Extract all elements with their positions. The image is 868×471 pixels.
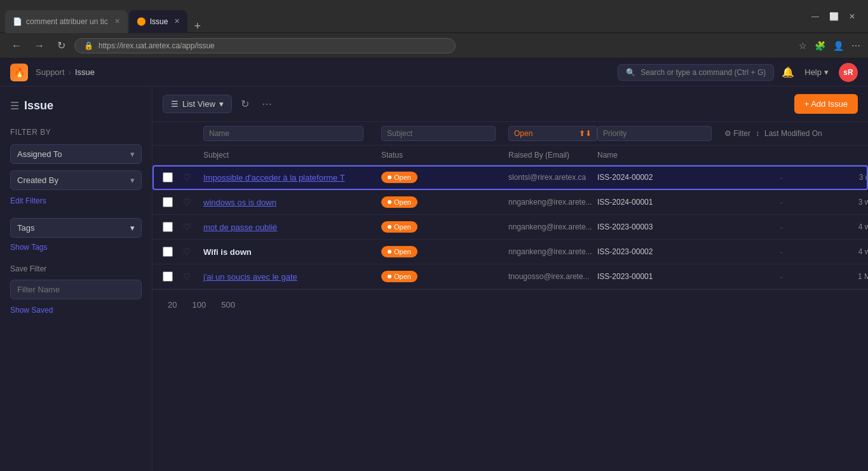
header-actions: 🔔 Help ▾ sR — [782, 63, 858, 82]
save-filter-section: Save Filter Show Saved — [10, 264, 142, 315]
show-tags-link[interactable]: Show Tags — [10, 243, 142, 252]
avatar[interactable]: sR — [839, 63, 858, 82]
show-saved-link[interactable]: Show Saved — [10, 306, 142, 315]
page-size-500[interactable]: 500 — [216, 297, 240, 312]
row-5-name: ISS-2023-00001 — [597, 272, 724, 281]
tab-2[interactable]: 🟠 Issue ✕ — [129, 10, 188, 33]
tab-1-close-icon[interactable]: ✕ — [114, 17, 120, 25]
row-5-heart-icon[interactable]: ♡ — [183, 271, 203, 282]
tab-1-favicon: 📄 — [13, 17, 22, 26]
add-issue-button[interactable]: + Add Issue — [794, 94, 858, 114]
row-1-heart-icon[interactable]: ♡ — [183, 172, 203, 182]
assigned-to-select[interactable]: Assigned To ▾ — [10, 144, 142, 164]
more-button[interactable]: ⋯ — [258, 94, 276, 114]
name-filter-input[interactable] — [203, 126, 363, 141]
header-search[interactable]: 🔍 Search or type a command (Ctrl + G) — [618, 64, 774, 81]
back-button[interactable]: ← — [8, 38, 25, 54]
help-label: Help — [804, 67, 822, 77]
filter-row: Open ⬆⬇ ⚙ Filter ↕ Last Modified On 5 of… — [153, 122, 868, 146]
row-1-subject[interactable]: Impossible d'acceder à la plateforme T — [203, 173, 381, 182]
hamburger-icon[interactable]: ☰ — [10, 100, 19, 112]
row-1-status-badge: Open — [381, 172, 417, 183]
row-5-checkbox[interactable] — [163, 271, 173, 282]
row-4-checkbox[interactable] — [163, 247, 173, 257]
row-4-status-badge: Open — [381, 246, 417, 257]
table-container: Open ⬆⬇ ⚙ Filter ↕ Last Modified On 5 of… — [153, 122, 868, 471]
list-view-button[interactable]: ☰ List View ▾ — [163, 95, 232, 113]
close-button[interactable]: ✕ — [849, 12, 855, 21]
created-by-label: Created By — [17, 175, 58, 185]
row-1-checkbox[interactable] — [163, 172, 173, 182]
table-header: Subject Status Raised By (Email) Name — [153, 146, 868, 165]
toolbar-icons: ☆ 🧩 👤 ⋯ — [799, 41, 860, 51]
notification-bell-icon[interactable]: 🔔 — [782, 66, 794, 78]
help-button[interactable]: Help ▾ — [804, 67, 829, 77]
minimize-button[interactable]: — — [811, 12, 819, 21]
tags-select[interactable]: Tags ▾ — [10, 218, 142, 238]
subject-col-header[interactable]: Subject — [203, 151, 381, 160]
raised-by-col-header[interactable]: Raised By (Email) — [508, 151, 597, 160]
new-tab-button[interactable]: + — [189, 20, 206, 33]
lock-icon: 🔒 — [84, 41, 93, 50]
row-3-subject[interactable]: mot de passe oublié — [203, 222, 381, 232]
row-3-heart-icon[interactable]: ♡ — [183, 222, 203, 232]
row-5-subject[interactable]: j'ai un soucis avec le gate — [203, 272, 381, 282]
browser-tabs: 📄 comment attribuer un tic ✕ 🟠 Issue ✕ + — [5, 0, 799, 33]
tab-2-close-icon[interactable]: ✕ — [174, 17, 180, 25]
row-4-subject[interactable]: Wifi is down — [203, 247, 381, 257]
subject-filter-input[interactable] — [381, 126, 496, 141]
tab-2-favicon: 🟠 — [137, 17, 146, 26]
table-row[interactable]: ♡ j'ai un soucis avec le gate Open tnoug… — [153, 264, 868, 289]
assigned-to-chevron-icon: ▾ — [130, 149, 135, 159]
row-3-time: 4 w — [839, 222, 868, 231]
row-4-heart-icon[interactable]: ♡ — [183, 247, 203, 257]
app-header: 🔥 Support › Issue 🔍 Search or type a com… — [0, 58, 868, 86]
priority-filter-input[interactable] — [597, 126, 712, 141]
address-bar[interactable]: 🔒 https://irex.uat.aretex.ca/app/issue — [74, 38, 456, 53]
forward-button[interactable]: → — [31, 38, 48, 54]
row-2-checkbox[interactable] — [163, 197, 173, 207]
maximize-button[interactable]: ⬜ — [829, 12, 839, 21]
table-row[interactable]: ♡ windows os is down Open nngankeng@irex… — [153, 190, 868, 215]
filter-name-input[interactable] — [10, 280, 142, 299]
table-row[interactable]: ♡ Wifi is down Open nngankeng@irex.arete… — [153, 240, 868, 264]
page-size-100[interactable]: 100 — [187, 297, 211, 312]
extension-icon[interactable]: 🧩 — [815, 41, 825, 51]
created-by-select[interactable]: Created By ▾ — [10, 170, 142, 190]
created-by-chevron-icon: ▾ — [130, 175, 135, 185]
page-size-20[interactable]: 20 — [163, 297, 182, 312]
app-logo: 🔥 — [10, 64, 28, 81]
save-filter-label: Save Filter — [10, 264, 142, 273]
name-col-header[interactable]: Name — [597, 151, 724, 160]
filter-actions: ⚙ Filter ↕ Last Modified On — [724, 129, 839, 138]
list-view-icon: ☰ — [171, 99, 179, 109]
row-3-email: nngankeng@irex.arete... — [508, 222, 597, 231]
row-2-subject[interactable]: windows os is down — [203, 198, 381, 207]
star-icon[interactable]: ☆ — [799, 41, 807, 51]
search-icon: 🔍 — [626, 68, 635, 77]
row-2-heart-icon[interactable]: ♡ — [183, 197, 203, 207]
filter-section: Filter By Assigned To ▾ Created By ▾ Edi… — [10, 128, 142, 252]
row-5-dash: - — [724, 272, 839, 282]
status-col-header[interactable]: Status — [381, 151, 508, 160]
row-1-name: ISS-2024-00002 — [597, 173, 724, 182]
status-filter-dropdown[interactable]: Open ⬆⬇ — [508, 126, 597, 141]
tab-2-label: Issue — [150, 17, 168, 26]
refresh-button[interactable]: ↻ — [237, 94, 253, 114]
table-row[interactable]: ♡ Impossible d'acceder à la plateforme T… — [153, 165, 868, 190]
reload-button[interactable]: ↻ — [53, 37, 69, 54]
filter-icon[interactable]: ⚙ Filter — [724, 129, 750, 138]
table-row[interactable]: ♡ mot de passe oublié Open nngankeng@ire… — [153, 215, 868, 240]
breadcrumb-parent[interactable]: Support — [36, 67, 65, 77]
tab-1[interactable]: 📄 comment attribuer un tic ✕ — [5, 10, 128, 33]
row-3-checkbox[interactable] — [163, 222, 173, 232]
avatar-initials: sR — [843, 68, 853, 77]
url-text: https://irex.uat.aretex.ca/app/issue — [98, 41, 215, 50]
row-2-name: ISS-2024-00001 — [597, 198, 724, 207]
more-options-icon[interactable]: ⋯ — [851, 41, 860, 51]
row-5-email: tnougosso@irex.arete... — [508, 272, 597, 281]
profile-icon[interactable]: 👤 — [833, 41, 844, 51]
row-2-dash: - — [724, 198, 839, 207]
edit-filters-link[interactable]: Edit Filters — [10, 196, 142, 205]
sort-icon[interactable]: ↕ — [756, 129, 759, 138]
